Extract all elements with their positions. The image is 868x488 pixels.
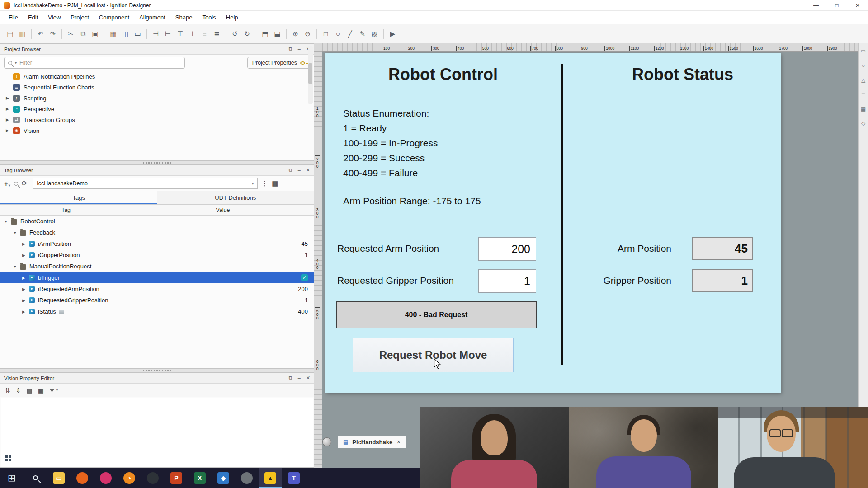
taskbar-app[interactable]: ◔: [118, 468, 141, 488]
taskbar-app[interactable]: [141, 468, 165, 488]
expand-arrow-icon[interactable]: ▶: [22, 310, 29, 314]
menu-item[interactable]: Tools: [197, 11, 221, 24]
taskbar-app[interactable]: [24, 468, 47, 488]
expand-arrow-icon[interactable]: ▶: [22, 276, 29, 280]
tag-row[interactable]: ▶ iRequestedArmPosition 200: [0, 283, 314, 295]
tag-row[interactable]: ▼ Feedback: [0, 227, 314, 238]
expand-arrow-icon[interactable]: ▶: [6, 128, 13, 133]
toolbar-icon[interactable]: ≣: [211, 28, 222, 39]
filter-input[interactable]: ▾ Filter: [4, 57, 185, 69]
project-tree-item[interactable]: ▶ ⇄ Transaction Groups: [0, 114, 314, 125]
taskbar-app[interactable]: [235, 468, 259, 488]
toolbar-icon[interactable]: ⧉: [77, 28, 89, 39]
close-panel-icon[interactable]: ✕: [306, 375, 310, 381]
toolbar-icon[interactable]: ⊥: [187, 28, 198, 39]
design-canvas[interactable]: Robot Control Robot Status Status Enumer…: [326, 53, 781, 393]
expand-arrow-icon[interactable]: ▶: [22, 253, 29, 258]
taskbar-app[interactable]: ◆: [212, 468, 235, 488]
property-editor-icon[interactable]: ▦: [38, 387, 44, 394]
expand-arrow-icon[interactable]: ▶: [6, 107, 13, 111]
project-tree-item[interactable]: ▶ ◉ Vision: [0, 125, 314, 136]
toolbar-icon[interactable]: ⊖: [302, 28, 313, 39]
taskbar-app[interactable]: ▭: [47, 468, 71, 488]
scrollbar-track[interactable]: [308, 46, 313, 104]
toolbar-icon[interactable]: ⬒: [259, 28, 271, 39]
requested-arm-position-input[interactable]: 200: [478, 237, 536, 261]
window-tab-plchandshake[interactable]: ▤ PlcHandshake ✕: [338, 436, 406, 448]
toolbar-icon[interactable]: ▭: [132, 28, 143, 39]
toolbar-icon[interactable]: ✎: [357, 28, 368, 39]
toolbar-icon[interactable]: ⊣: [150, 28, 161, 39]
requested-gripper-position-input[interactable]: 1: [478, 269, 536, 293]
project-properties-button[interactable]: Project Properties: [247, 57, 310, 69]
toolbar-icon[interactable]: ⬓: [272, 28, 283, 39]
expand-arrow-icon[interactable]: ▼: [13, 264, 20, 269]
expand-arrow-icon[interactable]: ▶: [22, 242, 29, 246]
toolbar-icon[interactable]: ▶: [387, 28, 398, 39]
property-editor-icon[interactable]: ▤: [26, 387, 32, 394]
float-panel-icon[interactable]: ⧉: [289, 375, 292, 381]
tag-row[interactable]: ▼ RobotControl: [0, 216, 314, 227]
filter-properties-button[interactable]: ▾: [49, 388, 58, 392]
palette-icon[interactable]: ○: [862, 62, 865, 69]
column-header-tag[interactable]: Tag: [0, 205, 132, 215]
toolbar-icon[interactable]: [256, 29, 256, 39]
tag-row[interactable]: ▶ bTrigger ✓: [0, 272, 314, 283]
canvas-status-icon[interactable]: [322, 437, 331, 446]
refresh-icon[interactable]: ⟳: [22, 179, 28, 188]
column-header-value[interactable]: Value: [132, 205, 314, 215]
menu-item[interactable]: Project: [66, 11, 94, 24]
menu-item[interactable]: Edit: [23, 11, 43, 24]
minimize-panel-icon[interactable]: –: [298, 46, 301, 52]
toolbar-icon[interactable]: ▥: [17, 28, 28, 39]
close-button[interactable]: ✕: [847, 0, 868, 10]
toolbar-icon[interactable]: ⊕: [290, 28, 301, 39]
tag-row[interactable]: ▶ iStatus 400: [0, 306, 314, 317]
close-tab-icon[interactable]: ✕: [396, 439, 401, 445]
toolbar-icon[interactable]: [146, 29, 147, 39]
toolbar-icon[interactable]: ⊤: [175, 28, 186, 39]
tag-row[interactable]: ▼ ManualPositionRequest: [0, 261, 314, 272]
taskbar-app[interactable]: [71, 468, 94, 488]
tag-row[interactable]: ▶ iArmPosition 45: [0, 238, 314, 249]
toolbar-icon[interactable]: ○: [332, 28, 344, 39]
search-tags-icon[interactable]: [14, 182, 18, 186]
palette-icon[interactable]: ◇: [861, 120, 865, 127]
palette-icon[interactable]: ≣: [861, 91, 865, 98]
tag-row[interactable]: ▶ iGripperPosition 1: [0, 249, 314, 261]
expand-arrow-icon[interactable]: ▶: [6, 117, 13, 122]
toolbar-icon[interactable]: ▣: [90, 28, 101, 39]
menu-item[interactable]: File: [4, 11, 23, 24]
toolbar-icon[interactable]: ↷: [47, 28, 58, 39]
add-tag-button[interactable]: + ▾: [4, 180, 10, 188]
menu-item[interactable]: View: [43, 11, 66, 24]
project-tree-item[interactable]: ▶ ◔ Perspective: [0, 103, 314, 114]
tag-row[interactable]: ▶ iRequestedGripperPosition 1: [0, 295, 314, 306]
tag-browser-tab[interactable]: Tags: [0, 191, 157, 204]
project-tree-item[interactable]: ≣ Sequential Function Charts: [0, 82, 314, 93]
toolbar-icon[interactable]: [61, 29, 62, 39]
expand-arrow-icon[interactable]: ▶: [22, 298, 29, 303]
menu-item[interactable]: Help: [221, 11, 243, 24]
palette-icon[interactable]: △: [861, 77, 865, 83]
taskbar-app[interactable]: ⊞: [0, 468, 24, 488]
panel-divider[interactable]: [0, 161, 314, 164]
taskbar-app[interactable]: [94, 468, 118, 488]
toolbar-icon[interactable]: ╱: [344, 28, 356, 39]
toolbar-icon[interactable]: [31, 29, 32, 39]
toolbar-icon[interactable]: ◫: [120, 28, 131, 39]
property-editor-icon[interactable]: ⇅: [5, 387, 10, 394]
grid-view-icon[interactable]: ▦: [272, 179, 278, 188]
expand-arrow-icon[interactable]: ▼: [4, 219, 11, 224]
toolbar-icon[interactable]: ⊢: [162, 28, 174, 39]
tag-value-checkbox[interactable]: ✓: [301, 274, 308, 281]
float-panel-icon[interactable]: ⧉: [289, 167, 292, 173]
taskbar-app[interactable]: P: [165, 468, 188, 488]
float-panel-icon[interactable]: ⧉: [289, 46, 292, 52]
toolbar-icon[interactable]: [226, 29, 226, 39]
toolbar-icon[interactable]: [383, 29, 384, 39]
toolbar-icon[interactable]: ↺: [229, 28, 241, 39]
minimize-panel-icon[interactable]: –: [298, 375, 301, 381]
toolbar-icon[interactable]: [104, 29, 104, 39]
minimize-panel-icon[interactable]: –: [298, 167, 301, 173]
